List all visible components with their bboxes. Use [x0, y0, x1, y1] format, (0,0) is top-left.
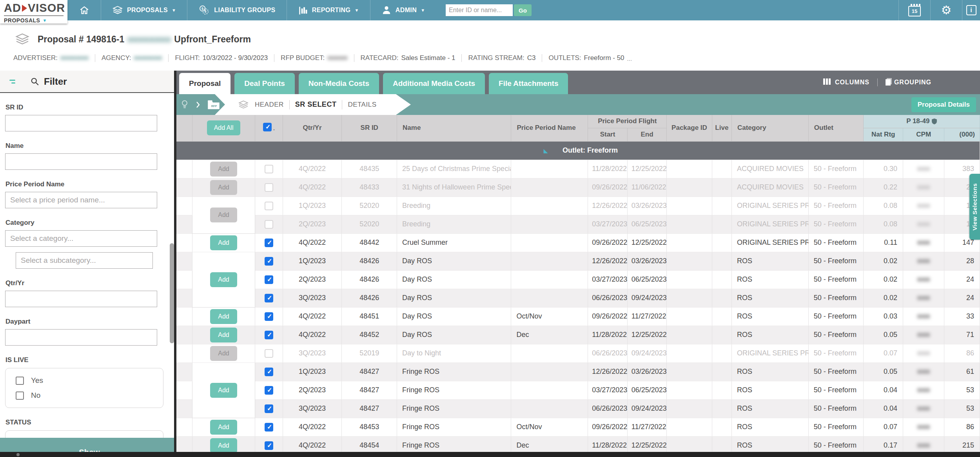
row-checkbox[interactable]: [265, 202, 273, 210]
app-logo[interactable]: AD VISOR PROPOSALS ▼: [0, 0, 67, 24]
checkbox-cell: [255, 215, 283, 233]
header-price-period-name[interactable]: Price Period Name: [511, 115, 588, 141]
nav-admin[interactable]: ADMIN ▼: [370, 0, 436, 20]
row-checkbox[interactable]: [265, 331, 273, 339]
filter-daypart-input[interactable]: [5, 329, 157, 346]
row-checkbox[interactable]: [265, 220, 273, 229]
select-all-checkbox[interactable]: [263, 123, 272, 131]
add-all-button[interactable]: Add All: [207, 120, 241, 135]
checkbox-cell: [255, 344, 283, 362]
row-checkbox[interactable]: [265, 294, 273, 302]
add-button[interactable]: Add: [210, 420, 237, 435]
row-checkbox[interactable]: [265, 275, 273, 284]
meta-label: RATECARD:: [361, 54, 399, 62]
breadcrumb: HEADER SR SELECT DETAILS: [215, 94, 411, 115]
breadcrumb-bar: RFP HEADER SR SELECT DETAILS Proposal De…: [176, 94, 980, 115]
row-checkbox[interactable]: [265, 368, 273, 376]
add-button[interactable]: Add: [210, 328, 237, 342]
header-category[interactable]: Category: [731, 115, 808, 141]
calendar-button[interactable]: 15: [898, 0, 930, 20]
nav-reporting[interactable]: REPORTING ▼: [287, 0, 370, 20]
header-qtr[interactable]: Qtr/Yr: [283, 115, 342, 141]
row-checkbox[interactable]: [265, 386, 273, 395]
nav-proposals[interactable]: PROPOSALS ▼: [101, 0, 187, 20]
row-checkbox[interactable]: [265, 183, 273, 192]
row-checkbox[interactable]: [265, 257, 273, 266]
is-live-checkbox[interactable]: [16, 377, 24, 385]
breadcrumb-sr-select[interactable]: SR SELECT: [295, 100, 337, 109]
add-button[interactable]: Add: [210, 383, 237, 398]
header-start[interactable]: Start: [588, 128, 627, 141]
header-srid[interactable]: SR ID: [342, 115, 397, 141]
header-nat-rtg[interactable]: Nat Rtg: [864, 128, 903, 141]
add-button[interactable]: Add: [210, 235, 237, 250]
add-button[interactable]: Add: [210, 309, 237, 324]
add-button[interactable]: Add: [210, 272, 237, 287]
filter-sr-id-input[interactable]: [5, 115, 157, 131]
tab-additional-media-costs[interactable]: Additional Media Costs: [383, 73, 485, 94]
svg-text:$: $: [201, 7, 203, 11]
columns-button[interactable]: COLUMNS: [823, 78, 869, 86]
cpm-redacted-value: ■■■: [917, 331, 930, 339]
cell-flight-end: 12/25/2022: [627, 233, 666, 252]
filter-name-input[interactable]: [5, 153, 157, 170]
row-checkbox[interactable]: [265, 404, 273, 413]
settings-button[interactable]: ⚙: [930, 0, 962, 20]
filter-title: Filter: [44, 76, 67, 87]
header-cpm[interactable]: CPM: [903, 128, 944, 141]
proposal-details-button[interactable]: Proposal Details: [911, 97, 976, 112]
rfp-folder-icon[interactable]: RFP: [207, 99, 220, 110]
add-button[interactable]: Add: [210, 346, 237, 361]
search-go-button[interactable]: Go: [514, 4, 532, 16]
grouping-button[interactable]: GROUPING: [886, 79, 931, 86]
row-checkbox[interactable]: [265, 349, 273, 358]
row-checkbox[interactable]: [265, 423, 273, 432]
row-checkbox[interactable]: [265, 441, 273, 450]
add-button[interactable]: Add: [210, 208, 237, 222]
header-package-id[interactable]: Package ID: [667, 115, 712, 141]
header-indent: [176, 115, 192, 141]
nav-home[interactable]: [67, 0, 101, 20]
cell-price-period-name: Oct/Nov: [511, 307, 588, 326]
tab-deal-points[interactable]: Deal Points: [234, 73, 294, 94]
logo-subtitle[interactable]: PROPOSALS ▼: [4, 16, 64, 24]
tab-file-attachments[interactable]: File Attachments: [489, 73, 568, 94]
filter-subcategory-input[interactable]: [16, 252, 153, 269]
add-button[interactable]: Add: [210, 180, 237, 195]
filter-scrollbar[interactable]: [170, 243, 174, 343]
row-checkbox[interactable]: [265, 312, 273, 321]
header-thousands[interactable]: (000): [944, 128, 980, 141]
nav-liability-groups[interactable]: $$ LIABILITY GROUPS: [187, 0, 286, 20]
cell-package-id: [667, 326, 712, 344]
row-checkbox[interactable]: [265, 239, 273, 247]
breadcrumb-details[interactable]: DETAILS: [348, 101, 376, 109]
filter-category-input[interactable]: [5, 230, 157, 247]
filter-show-button[interactable]: Show: [0, 438, 176, 452]
meta-more-ellipsis[interactable]: ...: [627, 55, 632, 62]
lightbulb-icon[interactable]: [180, 100, 189, 110]
cpm-redacted-value: ■■■: [917, 423, 930, 431]
add-button[interactable]: Add: [210, 438, 237, 453]
search-input[interactable]: [446, 4, 513, 16]
tab-proposal[interactable]: Proposal: [179, 73, 230, 94]
cell-live: [712, 344, 731, 362]
cell-cpm: ■■■: [903, 381, 944, 399]
row-checkbox[interactable]: [265, 165, 273, 173]
tab-non-media-costs[interactable]: Non-Media Costs: [299, 73, 379, 94]
is-live-checkbox[interactable]: [16, 391, 24, 400]
breadcrumb-header[interactable]: HEADER: [255, 101, 284, 109]
filter-collapse-icon[interactable]: [9, 78, 17, 85]
bottom-scrollbar[interactable]: [0, 452, 980, 457]
header-outlet[interactable]: Outlet: [808, 115, 864, 141]
header-name[interactable]: Name: [397, 115, 511, 141]
add-button[interactable]: Add: [210, 162, 237, 177]
header-end[interactable]: End: [627, 128, 666, 141]
filter-price-period-name-input[interactable]: [5, 192, 157, 208]
header-live[interactable]: Live: [712, 115, 731, 141]
view-selections-tab[interactable]: View Selections: [969, 174, 980, 240]
info-button[interactable]: i: [962, 0, 980, 20]
filter-qtr-yr-input[interactable]: [5, 291, 157, 307]
calendar-icon: 15: [908, 6, 921, 16]
cell-flight-start: 06/26/2023: [588, 399, 627, 418]
collapse-triangle-icon[interactable]: ◣: [544, 148, 548, 154]
